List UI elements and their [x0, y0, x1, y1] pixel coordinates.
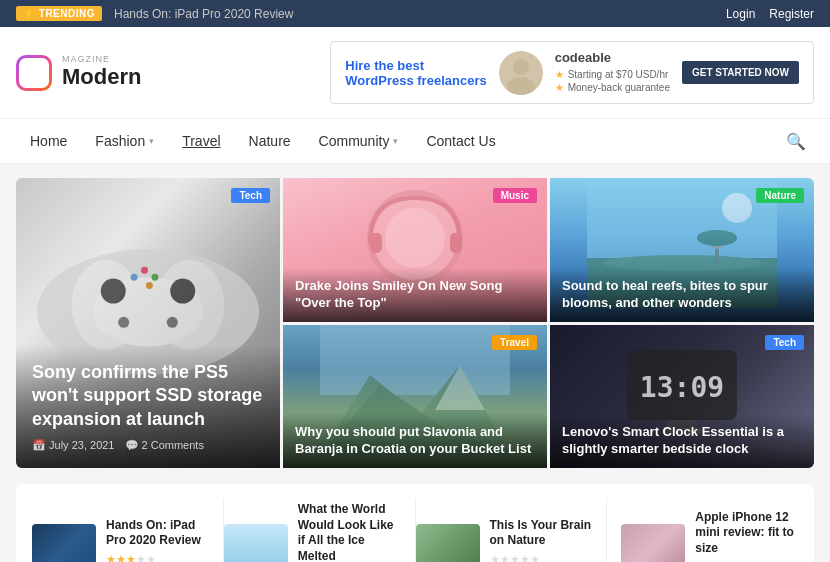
svg-point-15	[385, 208, 445, 268]
svg-point-10	[131, 274, 138, 281]
popular-item-ipad[interactable]: Hands On: iPad Pro 2020 Review ★★★★★ 2 l…	[32, 498, 224, 562]
tech-card-overlay: Lenovo's Smart Clock Essential is a slig…	[550, 414, 814, 468]
top-bar-left: ⚡ TRENDING Hands On: iPad Pro 2020 Revie…	[16, 6, 293, 21]
featured-main-card[interactable]: Tech Sony confirms the PS5 won't support…	[16, 178, 280, 468]
svg-point-8	[118, 317, 129, 328]
featured-travel-card[interactable]: Travel Why you should put Slavonia and B…	[283, 325, 547, 469]
brain-title: This Is Your Brain on Nature	[490, 518, 593, 549]
community-dropdown-arrow: ▾	[393, 136, 398, 146]
navigation: Home Fashion ▾ Travel Nature Community ▾…	[0, 119, 830, 164]
ad-features: Starting at $70 USD/hr Money-back guaran…	[555, 69, 670, 93]
nature-card-title: Sound to heal reefs, bites to spur bloom…	[562, 278, 802, 312]
login-link[interactable]: Login	[726, 7, 755, 21]
ipad-title: Hands On: iPad Pro 2020 Review	[106, 518, 209, 549]
ad-logo-text: codeable Starting at $70 USD/hr Money-ba…	[555, 50, 670, 95]
svg-point-13	[146, 282, 153, 289]
trending-news: Hands On: iPad Pro 2020 Review	[114, 7, 293, 21]
brain-info: This Is Your Brain on Nature ★★★★★ 1 lik…	[490, 518, 593, 562]
nav-home[interactable]: Home	[16, 119, 81, 163]
travel-card-overlay: Why you should put Slavonia and Baranja …	[283, 414, 547, 468]
travel-badge: Travel	[492, 335, 537, 350]
travel-card-title: Why you should put Slavonia and Baranja …	[295, 424, 535, 458]
nav-contact[interactable]: Contact Us	[412, 119, 509, 163]
main-card-overlay: Sony confirms the PS5 won't support SSD …	[16, 345, 280, 468]
tech-badge: Tech	[765, 335, 804, 350]
svg-rect-18	[587, 178, 777, 258]
ad-banner[interactable]: Hire the best WordPress freelancers code…	[330, 41, 814, 104]
nav-community[interactable]: Community ▾	[305, 119, 413, 163]
main-card-badge: Tech	[231, 188, 270, 203]
logo-text: MAGZINE Modern	[62, 55, 141, 89]
brain-thumb	[416, 524, 480, 562]
logo-icon	[16, 55, 52, 91]
ad-person-image	[499, 51, 543, 95]
phone-title: Apple iPhone 12 mini review: fit to size	[695, 510, 798, 557]
tech-card-title: Lenovo's Smart Clock Essential is a slig…	[562, 424, 802, 458]
featured-music-card[interactable]: Music Drake Joins Smiley On New Song "Ov…	[283, 178, 547, 322]
svg-rect-25	[320, 325, 510, 395]
svg-point-12	[151, 274, 158, 281]
svg-point-9	[167, 317, 178, 328]
svg-point-1	[507, 77, 535, 95]
music-badge: Music	[493, 188, 537, 203]
featured-grid: Tech Sony confirms the PS5 won't support…	[16, 178, 814, 468]
ice-info: What the World Would Look Like if All th…	[298, 502, 401, 562]
ad-feature2: Money-back guarantee	[555, 82, 670, 93]
main-card-meta: 📅 July 23, 2021 💬 2 Comments	[32, 439, 264, 452]
search-icon[interactable]: 🔍	[778, 124, 814, 159]
nav-fashion[interactable]: Fashion ▾	[81, 119, 168, 163]
ad-text: Hire the best WordPress freelancers	[345, 58, 486, 88]
ad-cta-button[interactable]: GET STARTED NOW	[682, 61, 799, 84]
ice-thumb	[224, 524, 288, 562]
ad-feature1: Starting at $70 USD/hr	[555, 69, 670, 80]
ad-logo: codeable	[555, 50, 670, 65]
ipad-info: Hands On: iPad Pro 2020 Review ★★★★★ 2 l…	[106, 518, 209, 562]
nature-badge: Nature	[756, 188, 804, 203]
nav-nature[interactable]: Nature	[235, 119, 305, 163]
ice-title: What the World Would Look Like if All th…	[298, 502, 401, 562]
main-card-comments: 💬 2 Comments	[125, 439, 204, 452]
nav-items: Home Fashion ▾ Travel Nature Community ▾…	[16, 119, 510, 163]
phone-thumb	[621, 524, 685, 562]
phone-info: Apple iPhone 12 mini review: fit to size…	[695, 510, 798, 562]
fashion-dropdown-arrow: ▾	[149, 136, 154, 146]
logo[interactable]: MAGZINE Modern	[16, 55, 141, 91]
music-card-title: Drake Joins Smiley On New Song "Over the…	[295, 278, 535, 312]
music-card-overlay: Drake Joins Smiley On New Song "Over the…	[283, 268, 547, 322]
svg-text:13:09: 13:09	[640, 371, 724, 404]
featured-nature-card[interactable]: Nature Sound to heal reefs, bites to spu…	[550, 178, 814, 322]
top-bar: ⚡ TRENDING Hands On: iPad Pro 2020 Revie…	[0, 0, 830, 27]
ipad-stars: ★★★★★	[106, 553, 209, 562]
trending-label: ⚡ TRENDING	[23, 8, 95, 19]
featured-tech-card[interactable]: Tech 13:09 Lenovo's Smart Clock Essentia…	[550, 325, 814, 469]
popular-item-ice[interactable]: What the World Would Look Like if All th…	[224, 498, 416, 562]
popular-row: Hands On: iPad Pro 2020 Review ★★★★★ 2 l…	[16, 484, 814, 562]
main-card-date: 📅 July 23, 2021	[32, 439, 115, 452]
ipad-thumb	[32, 524, 96, 562]
svg-point-0	[513, 59, 529, 75]
header: MAGZINE Modern Hire the best WordPress f…	[0, 27, 830, 119]
svg-point-6	[101, 279, 126, 304]
popular-item-phone[interactable]: Apple iPhone 12 mini review: fit to size…	[607, 498, 798, 562]
popular-item-brain[interactable]: This Is Your Brain on Nature ★★★★★ 1 lik…	[416, 498, 608, 562]
main-content: Tech Sony confirms the PS5 won't support…	[0, 164, 830, 562]
logo-main: Modern	[62, 65, 141, 89]
svg-point-11	[141, 267, 148, 274]
register-link[interactable]: Register	[769, 7, 814, 21]
main-card-title: Sony confirms the PS5 won't support SSD …	[32, 361, 264, 431]
svg-point-20	[722, 193, 752, 223]
nature-card-overlay: Sound to heal reefs, bites to spur bloom…	[550, 268, 814, 322]
ad-headline: Hire the best WordPress freelancers	[345, 58, 486, 88]
svg-rect-23	[715, 249, 719, 267]
svg-point-24	[697, 230, 737, 246]
svg-point-7	[170, 279, 195, 304]
nav-travel[interactable]: Travel	[168, 119, 234, 163]
top-bar-right: Login Register	[726, 7, 814, 21]
trending-badge: ⚡ TRENDING	[16, 6, 102, 21]
brain-stars: ★★★★★	[490, 553, 593, 562]
